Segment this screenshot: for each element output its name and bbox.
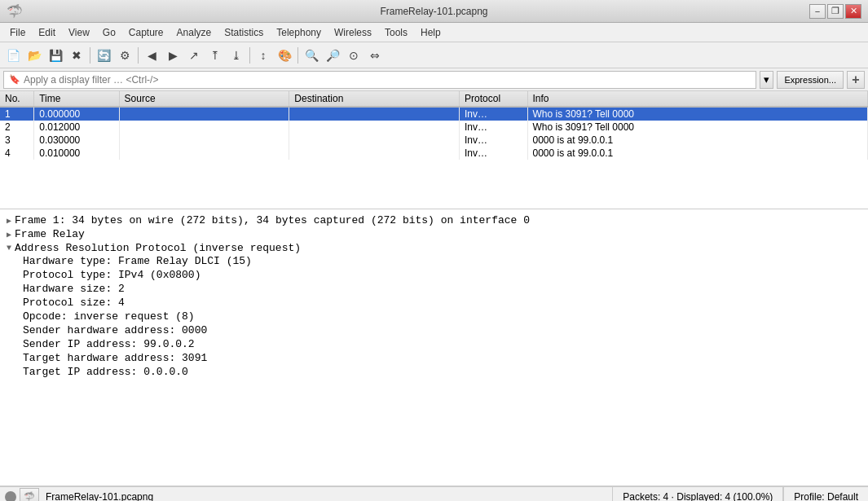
status-corner-button[interactable]: 🦈	[20, 488, 39, 502]
toolbar-resize-columns[interactable]: ⇔	[365, 46, 385, 65]
detail-field: Sender hardware address: 0000	[23, 323, 861, 337]
table-cell	[119, 134, 289, 147]
menu-item-analyze[interactable]: Analyze	[170, 25, 218, 40]
table-cell: 0.000000	[34, 107, 119, 121]
window-title: FrameRelay-101.pcapng	[0, 6, 868, 17]
menu-item-file[interactable]: File	[3, 25, 32, 40]
table-cell: Inv…	[460, 134, 527, 147]
capture-status-icon	[5, 491, 16, 502]
toolbar-goto[interactable]: ↗	[184, 46, 204, 65]
table-cell: 0000 is at 99.0.0.1	[527, 147, 867, 160]
detail-section-label: Frame Relay	[15, 228, 85, 240]
menu-item-view[interactable]: View	[62, 25, 96, 40]
detail-field: Opcode: inverse request (8)	[23, 310, 861, 323]
table-row[interactable]: 20.012000Inv…Who is 3091? Tell 0000	[0, 121, 868, 134]
title-bar-left: 🦈	[7, 3, 23, 19]
toolbar-reload[interactable]: 🔄	[94, 46, 113, 65]
profile-text: Profile: Default	[794, 491, 858, 502]
detail-section-toggle-frame[interactable]: ▶Frame 1: 34 bytes on wire (272 bits), 3…	[7, 214, 861, 226]
filter-bar: 🔖 ▾ Expression... +	[0, 68, 868, 91]
filter-input[interactable]	[24, 74, 751, 86]
col-source[interactable]: Source	[119, 91, 289, 107]
toolbar-capture-options[interactable]: ⚙	[115, 46, 134, 65]
minimize-button[interactable]: −	[809, 4, 826, 19]
col-time[interactable]: Time	[34, 91, 119, 107]
filter-input-wrap: 🔖	[3, 71, 756, 89]
detail-field: Protocol type: IPv4 (0x0800)	[23, 268, 861, 282]
detail-section-frame: ▶Frame 1: 34 bytes on wire (272 bits), 3…	[7, 214, 861, 226]
toolbar-coloring[interactable]: 🎨	[275, 46, 294, 65]
table-cell: Who is 3091? Tell 0000	[527, 121, 867, 134]
detail-section-arp: ▼Address Resolution Protocol (inverse re…	[7, 242, 861, 379]
toolbar-forward[interactable]: ▶	[163, 46, 183, 65]
detail-field: Target hardware address: 3091	[23, 351, 861, 365]
status-bar: 🦈 FrameRelay-101.pcapng Packets: 4 · Dis…	[0, 486, 868, 501]
filter-arrow-icon: ▾	[764, 73, 769, 86]
detail-section-toggle-arp[interactable]: ▼Address Resolution Protocol (inverse re…	[7, 242, 861, 254]
menu-item-telephony[interactable]: Telephony	[270, 25, 328, 40]
toolbar-save[interactable]: 💾	[46, 46, 65, 65]
detail-section-label: Frame 1: 34 bytes on wire (272 bits), 34…	[15, 214, 530, 226]
packet-tbody: 10.000000Inv…Who is 3091? Tell 000020.01…	[0, 107, 868, 160]
col-info[interactable]: Info	[527, 91, 867, 107]
toolbar-zoom-in[interactable]: 🔍	[302, 46, 321, 65]
triangle-icon: ▼	[7, 244, 11, 253]
toolbar-autoscroll[interactable]: ↕	[253, 46, 273, 65]
title-bar: 🦈 FrameRelay-101.pcapng − ❐ ✕	[0, 0, 868, 23]
detail-section-toggle-frame-relay[interactable]: ▶Frame Relay	[7, 228, 861, 240]
detail-field: Hardware type: Frame Relay DLCI (15)	[23, 254, 861, 268]
toolbar-close[interactable]: ✖	[67, 46, 86, 65]
table-row[interactable]: 30.030000Inv…0000 is at 99.0.0.1	[0, 134, 868, 147]
packet-detail: ▶Frame 1: 34 bytes on wire (272 bits), 3…	[0, 209, 868, 486]
triangle-icon: ▶	[7, 216, 11, 226]
detail-section-frame-relay: ▶Frame Relay	[7, 228, 861, 240]
filter-arrow-button[interactable]: ▾	[760, 71, 773, 89]
table-cell: 0.030000	[34, 134, 119, 147]
window-controls: − ❐ ✕	[809, 4, 861, 19]
detail-section-label: Address Resolution Protocol (inverse req…	[15, 242, 301, 254]
status-packets: Packets: 4 · Displayed: 4 (100.0%)	[612, 487, 783, 501]
toolbar-open[interactable]: 📂	[24, 46, 44, 65]
toolbar-new[interactable]: 📄	[3, 46, 23, 65]
restore-button[interactable]: ❐	[827, 4, 844, 19]
menu-item-help[interactable]: Help	[414, 25, 447, 40]
toolbar-sep2	[138, 47, 139, 64]
toolbar-sep1	[90, 47, 90, 64]
status-profile: Profile: Default	[783, 487, 868, 501]
table-cell: Inv…	[460, 107, 527, 121]
toolbar-sep4	[297, 47, 298, 64]
menu-item-capture[interactable]: Capture	[122, 25, 170, 40]
toolbar-top[interactable]: ⤒	[205, 46, 225, 65]
detail-section-content: Hardware type: Frame Relay DLCI (15)Prot…	[7, 254, 861, 379]
col-no[interactable]: No.	[0, 91, 34, 107]
toolbar-zoom-out[interactable]: 🔎	[323, 46, 342, 65]
menu-item-tools[interactable]: Tools	[378, 25, 414, 40]
triangle-icon: ▶	[7, 230, 11, 240]
col-destination[interactable]: Destination	[289, 91, 460, 107]
table-cell: 3	[0, 134, 34, 147]
menu-item-edit[interactable]: Edit	[32, 25, 62, 40]
col-protocol[interactable]: Protocol	[460, 91, 527, 107]
app-icon: 🦈	[7, 3, 23, 19]
table-header-row: No. Time Source Destination Protocol Inf…	[0, 91, 868, 107]
table-cell: 0000 is at 99.0.0.1	[527, 134, 867, 147]
add-filter-button[interactable]: +	[847, 71, 865, 89]
toolbar: 📄 📂 💾 ✖ 🔄 ⚙ ◀ ▶ ↗ ⤒ ⤓ ↕ 🎨 🔍 🔎 ⊙ ⇔	[0, 42, 868, 68]
menu-item-statistics[interactable]: Statistics	[218, 25, 270, 40]
table-cell	[289, 147, 460, 160]
packets-info-text: Packets: 4 · Displayed: 4 (100.0%)	[623, 491, 773, 502]
table-cell: Inv…	[460, 121, 527, 134]
packet-table: No. Time Source Destination Protocol Inf…	[0, 91, 868, 160]
toolbar-back[interactable]: ◀	[142, 46, 161, 65]
menu-item-wireless[interactable]: Wireless	[328, 25, 378, 40]
table-cell	[119, 107, 289, 121]
table-row[interactable]: 10.000000Inv…Who is 3091? Tell 0000	[0, 107, 868, 121]
toolbar-sep3	[249, 47, 250, 64]
toolbar-zoom-normal[interactable]: ⊙	[344, 46, 364, 65]
packet-list: No. Time Source Destination Protocol Inf…	[0, 91, 868, 209]
close-button[interactable]: ✕	[845, 4, 861, 19]
toolbar-bottom[interactable]: ⤓	[227, 46, 246, 65]
expression-button[interactable]: Expression...	[777, 71, 844, 89]
menu-item-go[interactable]: Go	[96, 25, 122, 40]
table-row[interactable]: 40.010000Inv…0000 is at 99.0.0.1	[0, 147, 868, 160]
